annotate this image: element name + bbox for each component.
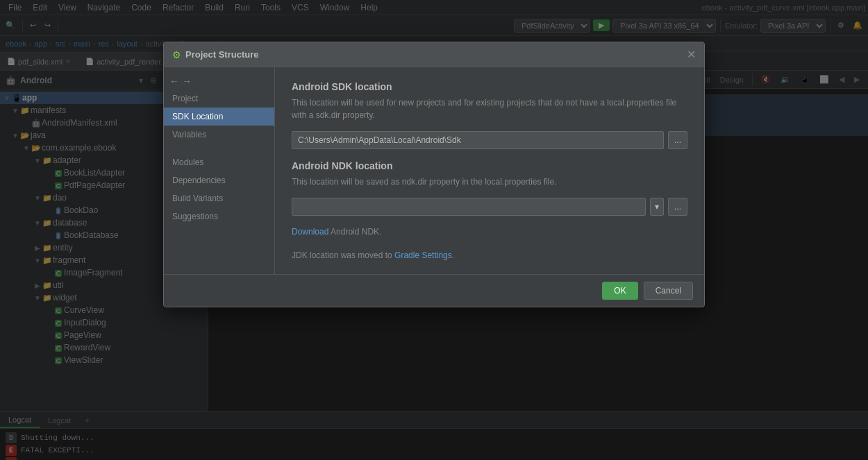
nav-build-variants-label: Build Variants [172,194,223,203]
sdk-section: Android SDK location This location will … [292,81,687,149]
ndk-section-desc: This location will be saved as ndk.dir p… [292,176,687,188]
ndk-dropdown-btn[interactable]: ▾ [650,198,664,216]
jdk-note: JDK location was moved to Gradle Setting… [292,250,687,260]
nav-forward-btn[interactable]: → [182,76,192,87]
dialog-nav: ← → Project SDK Location Variables Modul… [164,67,275,274]
dialog-footer: OK Cancel [164,274,704,307]
gradle-settings-link[interactable]: Gradle Settings [394,250,452,260]
dialog-nav-sdk-location[interactable]: SDK Location [164,108,274,126]
dialog-content: Android SDK location This location will … [275,67,704,274]
dialog-title-icon: ⚙ [172,49,181,60]
nav-label: Project [172,94,198,103]
project-structure-dialog: ⚙ Project Structure ✕ ← → Project SDK Lo… [163,42,705,307]
cancel-button[interactable]: Cancel [644,282,693,300]
dialog-close-btn[interactable]: ✕ [687,48,696,61]
ndk-section-title: Android NDK location [292,160,687,171]
dialog-overlay: ⚙ Project Structure ✕ ← → Project SDK Lo… [0,0,868,460]
sdk-section-title: Android SDK location [292,81,687,92]
nav-modules-label: Modules [172,157,203,167]
jdk-note-suffix: . [452,250,454,260]
jdk-note-text: JDK location was moved to [292,250,394,260]
ndk-section: Android NDK location This location will … [292,160,687,237]
dialog-nav-variables[interactable]: Variables [164,126,274,144]
ok-button[interactable]: OK [602,282,637,300]
dialog-nav-arrows: ← → [164,73,274,90]
ndk-download-note: Download Android NDK. [292,227,687,237]
dialog-body: ← → Project SDK Location Variables Modul… [164,67,704,274]
dialog-nav-suggestions[interactable]: Suggestions [164,207,274,225]
dialog-title-text: Project Structure [185,49,683,60]
nav-label-2: SDK Location [172,112,223,121]
ndk-download-suffix: Android NDK. [328,227,381,237]
sdk-field-row: ... [292,131,687,149]
dialog-nav-dependencies[interactable]: Dependencies [164,171,274,189]
dialog-nav-section-title [164,148,274,153]
ndk-path-input[interactable] [292,198,646,216]
ndk-download-link[interactable]: Download [292,227,328,237]
dialog-title-bar: ⚙ Project Structure ✕ [164,42,704,67]
sdk-path-input[interactable] [292,131,664,149]
ndk-browse-btn[interactable]: ... [668,198,687,216]
nav-deps-label: Dependencies [172,176,226,185]
sdk-section-desc: This location will be used for new proje… [292,96,687,121]
sdk-browse-btn[interactable]: ... [668,131,687,149]
nav-label-3: Variables [172,130,206,139]
dialog-nav-modules[interactable]: Modules [164,153,274,171]
nav-suggestions-label: Suggestions [172,212,218,221]
dialog-nav-project[interactable]: Project [164,90,274,108]
nav-back-btn[interactable]: ← [169,76,179,87]
ndk-field-row: ▾ ... [292,198,687,216]
dialog-nav-build-variants[interactable]: Build Variants [164,189,274,207]
